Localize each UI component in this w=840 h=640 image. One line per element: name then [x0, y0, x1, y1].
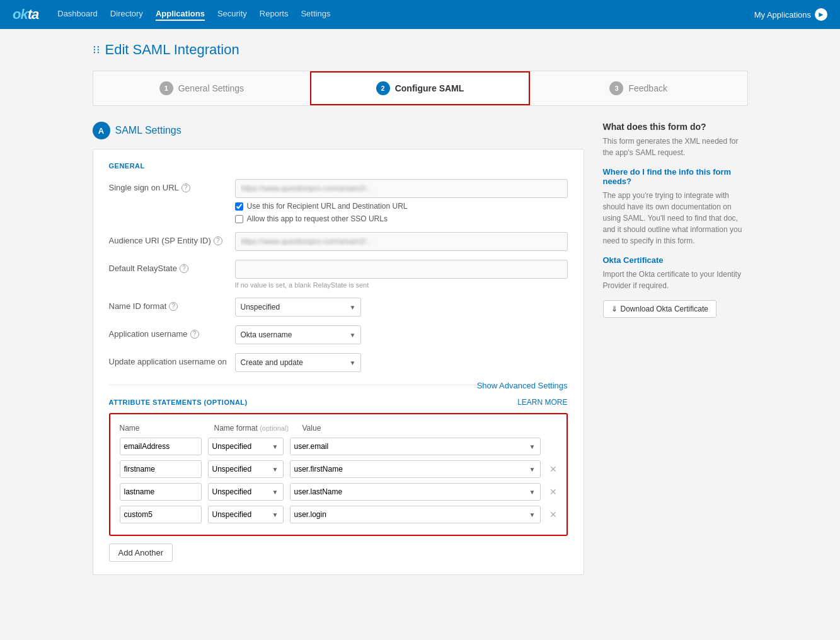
divider	[109, 385, 477, 385]
attr-col-format-header: Name format (optional)	[214, 424, 296, 433]
wizard-step-1[interactable]: 1 General Settings	[93, 71, 311, 105]
relay-state-controls: If no value is set, a blank RelayState i…	[235, 260, 568, 289]
attr-close-2[interactable]: ✕	[549, 487, 557, 497]
nav-security[interactable]: Security	[217, 9, 247, 21]
attr-value-2[interactable]: user.lastNameuser.emailuser.firstNameuse…	[290, 483, 541, 501]
relay-state-label: Default RelayState ?	[109, 260, 235, 273]
wizard-step-3[interactable]: 3 Feedback	[530, 71, 747, 105]
checkbox-recipient-label: Use this for Recipient URL and Destinati…	[247, 202, 408, 211]
attr-format-1[interactable]: UnspecifiedBasicURI Reference	[208, 460, 284, 478]
section-title: SAML Settings	[115, 125, 181, 136]
attr-format-0[interactable]: UnspecifiedBasicURI Reference	[208, 438, 284, 455]
update-username-controls: Create and update Create only ▼	[235, 353, 568, 372]
attr-row-3: UnspecifiedBasicURI Reference ▼ user.log…	[117, 506, 560, 523]
section-header: A SAML Settings	[93, 122, 584, 139]
attr-close-1[interactable]: ✕	[549, 464, 557, 474]
name-id-format-select-wrap: Unspecified EmailAddress Persistent Tran…	[235, 298, 361, 317]
step-3-num: 3	[609, 81, 623, 95]
nav-applications[interactable]: Applications	[156, 9, 205, 21]
sso-url-label: Single sign on URL ?	[109, 179, 235, 192]
attr-format-3[interactable]: UnspecifiedBasicURI Reference	[208, 506, 284, 523]
attr-format-wrap-0: UnspecifiedBasicURI Reference ▼	[208, 438, 284, 455]
sso-url-controls: Use this for Recipient URL and Destinati…	[235, 179, 568, 223]
audience-uri-input[interactable]	[235, 232, 568, 251]
general-label: GENERAL	[109, 162, 568, 170]
checkbox-sso[interactable]	[235, 215, 243, 223]
page-content: ⁝⁝ Edit SAML Integration 1 General Setti…	[74, 29, 767, 597]
checkbox-recipient-row: Use this for Recipient URL and Destinati…	[235, 202, 568, 211]
name-id-format-select[interactable]: Unspecified EmailAddress Persistent Tran…	[235, 298, 361, 317]
step-1-num: 1	[159, 81, 173, 95]
nav-links: Dashboard Directory Applications Securit…	[57, 9, 754, 21]
relay-state-row: Default RelayState ? If no value is set,…	[109, 260, 568, 289]
name-id-format-controls: Unspecified EmailAddress Persistent Tran…	[235, 298, 568, 317]
attr-value-wrap-1: user.firstNameuser.emailuser.lastNameuse…	[290, 460, 541, 478]
top-navigation: okta Dashboard Directory Applications Se…	[0, 0, 840, 29]
my-apps-icon: ►	[815, 8, 827, 21]
name-id-format-help-icon[interactable]: ?	[169, 302, 178, 311]
sidebar-q1: What does this form do?	[603, 122, 748, 132]
checkbox-recipient[interactable]	[235, 202, 243, 211]
attr-col-headers: Name Name format (optional) Value	[117, 421, 560, 438]
checkbox-sso-row: Allow this app to request other SSO URLs	[235, 214, 568, 223]
relay-state-help-icon[interactable]: ?	[180, 264, 188, 273]
nav-dashboard[interactable]: Dashboard	[57, 9, 98, 21]
show-advanced-link[interactable]: Show Advanced Settings	[477, 381, 568, 390]
wizard-step-2[interactable]: 2 Configure SAML	[310, 71, 530, 105]
app-username-select[interactable]: Okta username Email Custom	[235, 325, 361, 344]
update-username-label: Update application username on	[109, 353, 235, 366]
relay-state-input[interactable]	[235, 260, 568, 279]
attr-name-0[interactable]	[120, 438, 202, 455]
audience-uri-controls	[235, 232, 568, 251]
step-3-label: Feedback	[628, 83, 667, 93]
wizard-steps: 1 General Settings 2 Configure SAML 3 Fe…	[93, 71, 748, 106]
attr-col-value-header: Value	[302, 424, 557, 433]
my-applications[interactable]: My Applications ►	[754, 8, 827, 21]
attr-value-1[interactable]: user.firstNameuser.emailuser.lastNameuse…	[290, 460, 541, 478]
learn-more-link[interactable]: LEARN MORE	[517, 398, 567, 407]
section-icon: A	[93, 122, 110, 139]
attr-col-name-header: Name	[120, 424, 208, 433]
sso-url-row: Single sign on URL ? Use this for Recipi…	[109, 179, 568, 223]
nav-directory[interactable]: Directory	[110, 9, 143, 21]
audience-uri-label: Audience URI (SP Entity ID) ?	[109, 232, 235, 245]
attr-name-1[interactable]	[120, 460, 202, 478]
sidebar-q2: Where do I find the info this form needs…	[603, 167, 748, 186]
relay-state-hint: If no value is set, a blank RelayState i…	[235, 281, 568, 289]
attr-format-2[interactable]: UnspecifiedBasicURI Reference	[208, 483, 284, 501]
attr-row-2: UnspecifiedBasicURI Reference ▼ user.las…	[117, 483, 560, 501]
attr-value-wrap-2: user.lastNameuser.emailuser.firstNameuse…	[290, 483, 541, 501]
checkbox-sso-label: Allow this app to request other SSO URLs	[247, 214, 388, 223]
sso-url-input[interactable]	[235, 179, 568, 198]
add-another-button[interactable]: Add Another	[109, 544, 173, 562]
name-id-format-label: Name ID format ?	[109, 298, 235, 311]
attr-value-3[interactable]: user.loginuser.emailuser.firstNameuser.l…	[290, 506, 541, 523]
nav-settings[interactable]: Settings	[301, 9, 330, 21]
attr-name-2[interactable]	[120, 483, 202, 501]
attr-value-0[interactable]: user.emailuser.firstNameuser.lastNameuse…	[290, 438, 541, 455]
attr-format-wrap-2: UnspecifiedBasicURI Reference ▼	[208, 483, 284, 501]
nav-reports[interactable]: Reports	[260, 9, 289, 21]
audience-uri-help-icon[interactable]: ?	[214, 236, 222, 245]
attr-table: Name Name format (optional) Value Unspec…	[109, 413, 568, 536]
app-username-controls: Okta username Email Custom ▼	[235, 325, 568, 344]
app-username-row: Application username ? Okta username Ema…	[109, 325, 568, 344]
app-username-select-wrap: Okta username Email Custom ▼	[235, 325, 361, 344]
attr-close-3[interactable]: ✕	[549, 509, 557, 520]
sidebar-a2: The app you're trying to integrate with …	[603, 190, 748, 247]
okta-logo: okta	[13, 6, 38, 23]
step-1-label: General Settings	[178, 83, 244, 93]
attr-name-3[interactable]	[120, 506, 202, 523]
sso-url-help-icon[interactable]: ?	[181, 183, 190, 192]
download-certificate-button[interactable]: ⇓ Download Okta Certificate	[603, 300, 716, 318]
app-username-help-icon[interactable]: ?	[190, 330, 199, 339]
form-card: GENERAL Single sign on URL ? Use this fo…	[93, 149, 584, 575]
sidebar: What does this form do? This form genera…	[603, 122, 748, 318]
page-title: Edit SAML Integration	[105, 42, 239, 58]
download-icon: ⇓	[611, 305, 618, 313]
update-username-select[interactable]: Create and update Create only	[235, 353, 361, 372]
grid-icon: ⁝⁝	[93, 43, 100, 57]
audience-uri-row: Audience URI (SP Entity ID) ?	[109, 232, 568, 251]
attr-value-wrap-3: user.loginuser.emailuser.firstNameuser.l…	[290, 506, 541, 523]
update-username-row: Update application username on Create an…	[109, 353, 568, 372]
